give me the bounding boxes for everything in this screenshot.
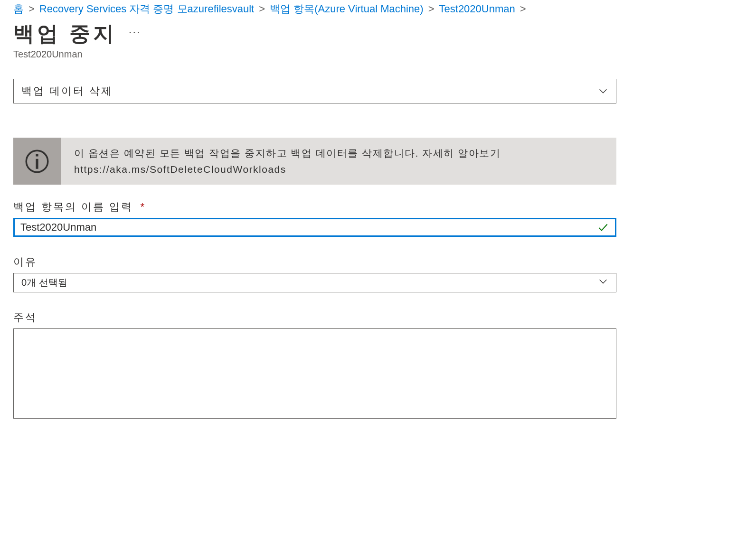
action-dropdown[interactable]: 백업 데이터 삭제 — [13, 79, 616, 103]
svg-rect-2 — [36, 154, 38, 156]
page-subtitle: Test2020Unman — [13, 49, 743, 60]
reason-dropdown[interactable]: 0개 선택됨 — [13, 273, 616, 292]
name-input-wrapper[interactable] — [13, 218, 616, 237]
page-title: 백업 중지 — [13, 20, 117, 48]
page-title-row: 백업 중지 ··· — [13, 20, 743, 48]
breadcrumb-separator: > — [259, 3, 265, 15]
breadcrumb: 홈 > Recovery Services 자격 증명 모azurefilesv… — [13, 2, 743, 16]
breadcrumb-item-vault-name[interactable]: azurefilesvault — [188, 3, 255, 15]
action-dropdown-selected: 백업 데이터 삭제 — [21, 84, 113, 98]
comment-textarea[interactable] — [13, 328, 616, 419]
svg-rect-1 — [36, 159, 38, 168]
info-icon — [13, 138, 61, 185]
breadcrumb-item-vault[interactable]: Recovery Services 자격 증명 모azurefilesvault — [39, 2, 254, 16]
breadcrumb-item-vault-prefix[interactable]: Recovery Services 자격 증명 모 — [39, 3, 188, 15]
more-actions-button[interactable]: ··· — [128, 24, 141, 44]
name-label-text: 백업 항목의 이름 입력 — [13, 201, 133, 213]
chevron-down-icon — [598, 276, 608, 289]
comment-label: 주석 — [13, 310, 743, 325]
breadcrumb-item-backup-items[interactable]: 백업 항목(Azure Virtual Machine) — [270, 2, 424, 16]
name-input[interactable] — [20, 221, 597, 234]
breadcrumb-separator: > — [428, 3, 435, 15]
reason-dropdown-selected: 0개 선택됨 — [21, 276, 67, 289]
breadcrumb-separator: > — [520, 3, 526, 15]
info-text: 이 옵션은 예약된 모든 백업 작업을 중지하고 백업 데이터를 삭제합니다. … — [61, 138, 616, 185]
breadcrumb-item-current[interactable]: Test2020Unman — [439, 3, 515, 15]
chevron-down-icon — [598, 86, 608, 96]
checkmark-icon — [597, 221, 609, 234]
required-marker: * — [140, 201, 146, 213]
breadcrumb-home[interactable]: 홈 — [13, 2, 24, 16]
info-message: 이 옵션은 예약된 모든 백업 작업을 중지하고 백업 데이터를 삭제합니다. … — [13, 138, 616, 185]
breadcrumb-separator: > — [28, 3, 35, 15]
reason-label: 이유 — [13, 255, 743, 269]
name-input-label: 백업 항목의 이름 입력 * — [13, 200, 743, 214]
